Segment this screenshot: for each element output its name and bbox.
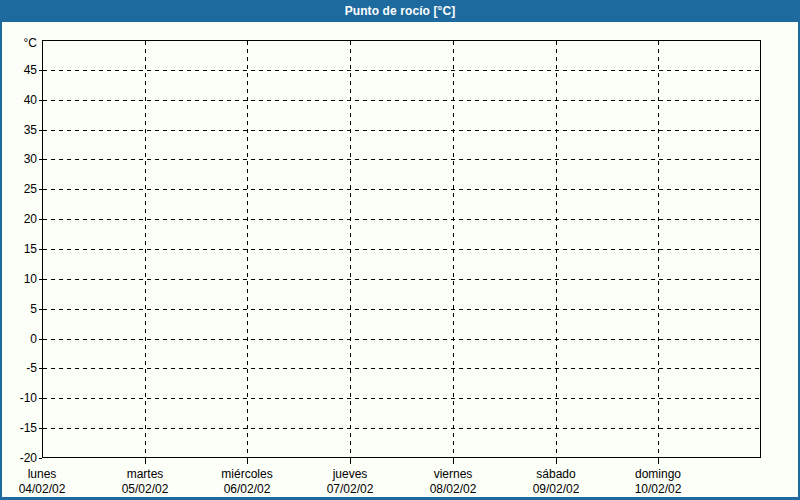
y-tick-label: 15 — [2, 242, 37, 256]
h-gridline — [43, 189, 760, 190]
x-date-label: 08/02/02 — [398, 482, 508, 496]
x-day-label: jueves — [295, 467, 405, 481]
h-gridline — [43, 70, 760, 71]
y-axis-tick — [39, 100, 42, 101]
y-axis-tick — [39, 428, 42, 429]
y-axis-tick — [39, 159, 42, 160]
y-axis-tick — [39, 309, 42, 310]
x-date-label: 06/02/02 — [192, 482, 302, 496]
h-gridline — [43, 309, 760, 310]
x-day-label: martes — [90, 467, 200, 481]
y-tick-label: 40 — [2, 93, 37, 107]
y-tick-label: 0 — [2, 332, 37, 346]
x-axis-tick — [350, 458, 351, 464]
h-gridline — [43, 398, 760, 399]
y-axis-tick — [39, 70, 42, 71]
x-day-label: viernes — [398, 467, 508, 481]
x-day-label: miércoles — [192, 467, 302, 481]
y-tick-label: -5 — [2, 361, 37, 375]
x-axis-tick — [658, 458, 659, 464]
x-axis-tick — [556, 458, 557, 464]
x-date-label: 10/02/02 — [603, 482, 713, 496]
v-gridline — [658, 41, 659, 457]
x-date-label: 07/02/02 — [295, 482, 405, 496]
chart-title: Punto de rocío [°C] — [345, 4, 456, 18]
dew-point-chart-window: Punto de rocío [°C] °C 45403530252015105… — [0, 0, 800, 500]
h-gridline — [43, 249, 760, 250]
x-day-label: lunes — [0, 467, 97, 481]
v-gridline — [145, 41, 146, 457]
y-axis-tick — [39, 279, 42, 280]
y-tick-label: -20 — [2, 451, 37, 465]
y-tick-label: 30 — [2, 152, 37, 166]
h-gridline — [43, 368, 760, 369]
v-gridline — [556, 41, 557, 457]
chart-title-bar: Punto de rocío [°C] — [2, 0, 798, 22]
y-tick-label: 35 — [2, 123, 37, 137]
h-gridline — [43, 219, 760, 220]
chart-area: °C 454035302520151050-5-10-15-20lunes04/… — [2, 22, 798, 497]
h-gridline — [43, 428, 760, 429]
h-gridline — [43, 279, 760, 280]
h-gridline — [43, 339, 760, 340]
v-gridline — [350, 41, 351, 457]
y-tick-label: 25 — [2, 182, 37, 196]
x-date-label: 04/02/02 — [0, 482, 97, 496]
h-gridline — [43, 100, 760, 101]
y-axis-tick — [39, 219, 42, 220]
y-axis-tick — [39, 130, 42, 131]
y-axis-tick — [39, 368, 42, 369]
x-axis-tick — [247, 458, 248, 464]
x-axis-tick — [453, 458, 454, 464]
h-gridline — [43, 130, 760, 131]
x-date-label: 05/02/02 — [90, 482, 200, 496]
x-day-label: sábado — [501, 467, 611, 481]
y-tick-label: 20 — [2, 212, 37, 226]
v-gridline — [453, 41, 454, 457]
y-tick-label: -10 — [2, 391, 37, 405]
y-tick-label: 45 — [2, 63, 37, 77]
y-axis-tick — [39, 189, 42, 190]
y-axis-tick — [39, 398, 42, 399]
y-tick-label: -15 — [2, 421, 37, 435]
x-day-label: domingo — [603, 467, 713, 481]
v-gridline — [247, 41, 248, 457]
y-axis-tick — [39, 249, 42, 250]
h-gridline — [43, 159, 760, 160]
y-tick-label: 5 — [2, 302, 37, 316]
y-axis-tick — [39, 339, 42, 340]
x-date-label: 09/02/02 — [501, 482, 611, 496]
y-axis-tick — [39, 458, 42, 459]
y-axis-unit-label: °C — [2, 36, 37, 50]
x-axis-tick — [145, 458, 146, 464]
y-tick-label: 10 — [2, 272, 37, 286]
